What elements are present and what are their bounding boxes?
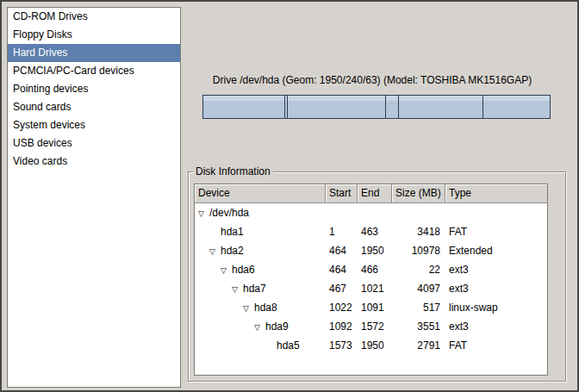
table-row-hda2[interactable]: ▽hda2464195010978Extended (195, 241, 547, 260)
type-cell: ext3 (445, 279, 547, 298)
table-row-hda1[interactable]: hda114633418FAT (195, 222, 547, 241)
start-cell: 464 (326, 260, 358, 279)
size-cell: 4097 (392, 279, 445, 298)
device-cell: ▽hda6 (195, 260, 326, 279)
column-header-start[interactable]: Start (326, 184, 358, 203)
device-category-list: CD-ROM DrivesFloppy DisksHard DrivesPCMC… (7, 7, 181, 388)
expander-open-icon[interactable]: ▽ (198, 204, 209, 222)
size-cell: 22 (392, 260, 445, 279)
device-label: hda5 (277, 339, 300, 352)
size-cell: 3551 (392, 317, 445, 336)
expander-open-icon[interactable]: ▽ (209, 242, 221, 260)
start-cell: 1022 (326, 298, 358, 317)
size-cell: 3418 (392, 222, 445, 241)
expander-open-icon[interactable]: ▽ (232, 280, 243, 298)
start-cell (326, 203, 358, 222)
device-label: hda6 (232, 264, 255, 276)
sidebar-item-video-cards[interactable]: Video cards (8, 152, 180, 171)
table-row-hda7[interactable]: ▽hda746710214097ext3 (195, 279, 547, 298)
start-cell: 1 (326, 222, 358, 241)
table-row-hda8[interactable]: ▽hda810221091517linux-swap (195, 298, 547, 317)
table-row-hda9[interactable]: ▽hda9109215723551ext3 (195, 317, 547, 336)
sidebar-item-cd-rom-drives[interactable]: CD-ROM Drives (8, 8, 180, 26)
type-cell: ext3 (445, 260, 547, 279)
drive-title: Drive /dev/hda (Geom: 1950/240/63) (Mode… (191, 74, 553, 86)
sidebar-item-system-devices[interactable]: System devices (8, 116, 180, 134)
partition-segment-hda8 (385, 96, 398, 118)
type-cell: linux-swap (445, 298, 547, 317)
device-cell: hda5 (195, 336, 326, 355)
end-cell: 1572 (358, 317, 392, 336)
device-cell: ▽hda9 (195, 317, 326, 336)
partition-segment-hda1 (203, 96, 284, 118)
size-cell (392, 203, 445, 222)
device-label: /dev/hda (209, 207, 249, 219)
device-cell: ▽hda2 (195, 241, 326, 260)
end-cell: 1021 (358, 279, 392, 298)
disk-information-group: Disk Information DeviceStartEndSize (MB)… (188, 171, 566, 382)
disk-information-label: Disk Information (193, 165, 273, 178)
start-cell: 1092 (326, 317, 358, 336)
device-label: hda7 (243, 283, 266, 295)
end-cell (358, 203, 392, 222)
device-cell: ▽/dev/hda (195, 203, 326, 222)
column-header-end[interactable]: End (358, 184, 392, 203)
sidebar-item-floppy-disks[interactable]: Floppy Disks (8, 26, 180, 44)
device-label: hda1 (221, 226, 244, 238)
partition-segment-hda7 (287, 96, 385, 118)
column-header-type[interactable]: Type (445, 184, 547, 203)
table-row-hda5[interactable]: hda5157319502791FAT (195, 336, 547, 355)
table-row-hda6[interactable]: ▽hda646446622ext3 (195, 260, 547, 279)
start-cell: 467 (326, 279, 358, 298)
column-header-device[interactable]: Device (195, 184, 326, 203)
table-row-dev-hda[interactable]: ▽/dev/hda (195, 203, 547, 222)
device-label: hda8 (254, 302, 277, 314)
start-cell: 464 (326, 241, 358, 260)
device-cell: ▽hda7 (195, 279, 326, 298)
sidebar-item-sound-cards[interactable]: Sound cards (8, 98, 180, 116)
partition-bar (202, 95, 551, 119)
partition-segment-hda9 (398, 96, 483, 118)
sidebar-item-pointing-devices[interactable]: Pointing devices (8, 80, 180, 98)
start-cell: 1573 (326, 336, 358, 355)
type-cell (445, 203, 547, 222)
sidebar-item-pcmcia-pc-card-devices[interactable]: PCMCIA/PC-Card devices (8, 62, 180, 80)
column-header-size-mb-[interactable]: Size (MB) (392, 184, 445, 203)
size-cell: 2791 (392, 336, 445, 355)
disk-table-body: ▽/dev/hdahda114633418FAT▽hda246419501097… (195, 203, 547, 355)
end-cell: 463 (358, 222, 392, 241)
end-cell: 1950 (358, 336, 392, 355)
device-cell: hda1 (195, 222, 326, 241)
device-cell: ▽hda8 (195, 298, 326, 317)
end-cell: 1091 (358, 298, 392, 317)
partition-segment-hda5 (482, 96, 550, 118)
size-cell: 517 (392, 298, 445, 317)
type-cell: FAT (445, 336, 547, 355)
device-label: hda2 (221, 245, 244, 257)
disk-table-header: DeviceStartEndSize (MB)Type (195, 184, 547, 203)
disk-table: DeviceStartEndSize (MB)Type ▽/dev/hdahda… (194, 184, 548, 376)
type-cell: ext3 (445, 317, 547, 336)
expander-open-icon[interactable]: ▽ (221, 261, 232, 279)
sidebar-item-hard-drives[interactable]: Hard Drives (8, 44, 180, 62)
end-cell: 466 (358, 260, 392, 279)
expander-open-icon[interactable]: ▽ (243, 299, 254, 317)
type-cell: FAT (445, 222, 547, 241)
size-cell: 10978 (392, 241, 445, 260)
sidebar-item-usb-devices[interactable]: USB devices (8, 134, 180, 152)
hardware-browser-window: CD-ROM DrivesFloppy DisksHard DrivesPCMC… (0, 0, 579, 392)
end-cell: 1950 (358, 241, 392, 260)
type-cell: Extended (445, 241, 547, 260)
expander-open-icon[interactable]: ▽ (254, 318, 265, 336)
device-label: hda9 (265, 320, 289, 333)
